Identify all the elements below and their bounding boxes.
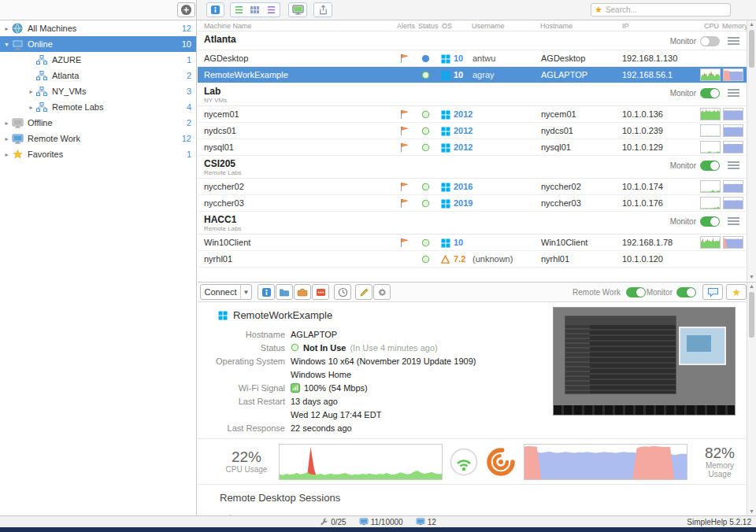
list-view-button[interactable]	[230, 2, 247, 17]
chat-bubble-icon	[707, 287, 719, 297]
connect-button[interactable]: Connect	[200, 284, 241, 300]
sidebar-item-remote-work[interactable]: ▸ Remote Work 12	[0, 131, 196, 146]
sidebar-item-offline[interactable]: ▸ Offline 2	[0, 115, 196, 131]
tree-expand-icon[interactable]: ▸	[2, 25, 11, 32]
sidebar-item-remote-labs[interactable]: ▸ Remote Labs 4	[0, 99, 196, 115]
app-version: SimpleHelp 5.2.12	[687, 518, 751, 526]
edit-button[interactable]	[355, 284, 372, 300]
scroll-down-icon[interactable]: ▼	[747, 273, 756, 281]
monitor-view-button[interactable]	[288, 2, 307, 17]
file-transfer-button[interactable]	[276, 284, 293, 300]
tree-expand-icon[interactable]: ▸	[2, 151, 11, 158]
col-hostname: Hostname	[540, 22, 573, 30]
group-menu-icon[interactable]	[728, 161, 739, 171]
group-header[interactable]: Atlanta Monitor	[198, 31, 747, 50]
scroll-thumb[interactable]	[749, 292, 754, 338]
sidebar-item-azure[interactable]: AZURE 1	[0, 52, 196, 68]
scroll-up-icon[interactable]: ▲	[747, 20, 756, 28]
cpu-sparkline	[700, 236, 721, 249]
scroll-thumb[interactable]	[749, 30, 754, 68]
tree-count: 12	[182, 24, 191, 33]
tree-expand-icon[interactable]: ▾	[2, 41, 11, 48]
status-icon	[421, 183, 430, 191]
chat-button[interactable]	[702, 284, 723, 300]
sidebar-item-favorites[interactable]: ▸ Favorites 1	[0, 146, 196, 162]
group-header[interactable]: Lab NY VMs Monitor	[198, 83, 747, 106]
settings-button[interactable]	[373, 284, 391, 300]
favorite-button[interactable]: ★	[726, 284, 747, 300]
cpu-usage-caption: CPU Usage	[221, 465, 272, 474]
machine-screenshot-thumbnail[interactable]	[553, 307, 736, 416]
machine-group: HACC1 Remote Labs Monitor Win10Client 10…	[198, 212, 747, 268]
cpu-sparkline	[700, 108, 721, 120]
machine-row[interactable]: nyccher02 2016 nyccher02 10.1.0.174	[198, 179, 747, 195]
add-machine-button[interactable]	[177, 2, 195, 17]
detail-list-view-button[interactable]	[263, 2, 280, 17]
grid-view-button[interactable]	[246, 2, 264, 17]
monitor-toggle[interactable]	[700, 216, 720, 227]
machine-row[interactable]: RemoteWorkExample 10 agray AGLAPTOP 192.…	[198, 67, 747, 83]
tree-expand-icon[interactable]: ▸	[2, 120, 11, 127]
thumbnail-taskbar	[554, 405, 735, 415]
scroll-down-icon[interactable]: ▼	[747, 508, 756, 515]
machine-row[interactable]: nysql01 2012 nysql01 10.1.0.129	[198, 139, 747, 156]
machine-row[interactable]: nydcs01 2012 nydcs01 10.1.0.239	[198, 123, 747, 139]
col-machine-name: Machine Name	[204, 22, 252, 30]
grid-icon	[250, 6, 260, 14]
ip-address: 10.1.0.176	[622, 195, 663, 212]
ip-address: 192.168.1.78	[622, 235, 673, 251]
machine-row[interactable]: Win10Client 10 Win10Client 192.168.1.78	[198, 235, 747, 251]
col-ip: IP	[622, 22, 629, 30]
tree-expand-icon[interactable]: ▸	[27, 104, 35, 111]
sidebar-item-all-machines[interactable]: ▸ All Machines 12	[0, 20, 196, 36]
os-icon	[441, 183, 450, 192]
search-input[interactable]	[606, 6, 727, 14]
machine-row[interactable]: nyrhl01 7.2 (unknown) nyrhl01 10.1.0.120	[198, 251, 747, 268]
tree-expand-icon[interactable]: ▸	[27, 88, 35, 95]
sidebar-item-online[interactable]: ▾ Online 10	[0, 36, 196, 52]
group-header[interactable]: HACC1 Remote Labs Monitor	[198, 212, 747, 235]
col-status: Status	[418, 22, 439, 30]
export-button[interactable]	[313, 2, 332, 17]
group-menu-icon[interactable]	[728, 89, 739, 98]
info-view-button[interactable]	[206, 2, 224, 17]
sidebar-item-ny-vms[interactable]: ▸ NY_VMs 3	[0, 83, 196, 99]
memory-sparkline	[723, 236, 743, 249]
machine-row[interactable]: AGDesktop 10 antwu AGDesktop 192.168.1.1…	[198, 50, 747, 67]
group-menu-icon[interactable]	[728, 217, 739, 227]
connect-dropdown-button[interactable]: ▼	[240, 284, 252, 300]
machine-row[interactable]: nycem01 2012 nycem01 10.1.0.136	[198, 106, 747, 123]
group-rows: nyccher02 2016 nyccher02 10.1.0.174 nycc…	[198, 179, 747, 212]
monitor-toggle[interactable]	[676, 287, 696, 297]
folder-icon	[279, 288, 290, 297]
monitor-toggle[interactable]	[700, 161, 720, 171]
remote-terminal-button[interactable]	[312, 284, 329, 300]
group-header[interactable]: CSI205 Remote Labs Monitor	[198, 156, 747, 179]
scroll-up-icon[interactable]: ▲	[747, 283, 756, 290]
detail-scrollbar[interactable]: ▲ ▼	[747, 283, 756, 515]
table-scrollbar[interactable]: ▲ ▼	[747, 20, 756, 281]
search-box[interactable]: ★	[591, 3, 731, 17]
monitor-toggle[interactable]	[700, 36, 720, 46]
monitor-toggle[interactable]	[700, 88, 720, 98]
status-dot-icon	[291, 343, 299, 352]
os-version: 2012	[454, 123, 472, 139]
remote-work-toggle[interactable]	[626, 287, 646, 297]
tree-expand-icon[interactable]: ▸	[2, 135, 11, 142]
gear-icon	[377, 287, 387, 297]
sidebar-item-atlanta[interactable]: Atlanta 2	[0, 68, 196, 83]
machine-info-button[interactable]	[258, 284, 275, 300]
os-icon	[441, 143, 450, 153]
group-subtitle: NY VMs	[204, 97, 747, 104]
tree-label: NY_VMs	[52, 87, 86, 96]
group-menu-icon[interactable]	[728, 37, 739, 46]
machine-row[interactable]: nyccher03 2019 nyccher03 10.1.0.176	[198, 195, 747, 212]
history-button[interactable]	[334, 284, 351, 300]
toolbox-button[interactable]	[294, 284, 311, 300]
detail-field: StatusNot In Use(In Use 4 minutes ago)	[198, 341, 476, 354]
field-value: Wed 12 Aug 17:44 EDT	[291, 410, 381, 419]
machine-name: nycem01	[204, 106, 239, 123]
group-rows: AGDesktop 10 antwu AGDesktop 192.168.1.1…	[198, 50, 747, 83]
metrics-section: 22% CPU Usage 82% Memory Usage	[198, 439, 747, 485]
info-icon	[261, 287, 272, 297]
